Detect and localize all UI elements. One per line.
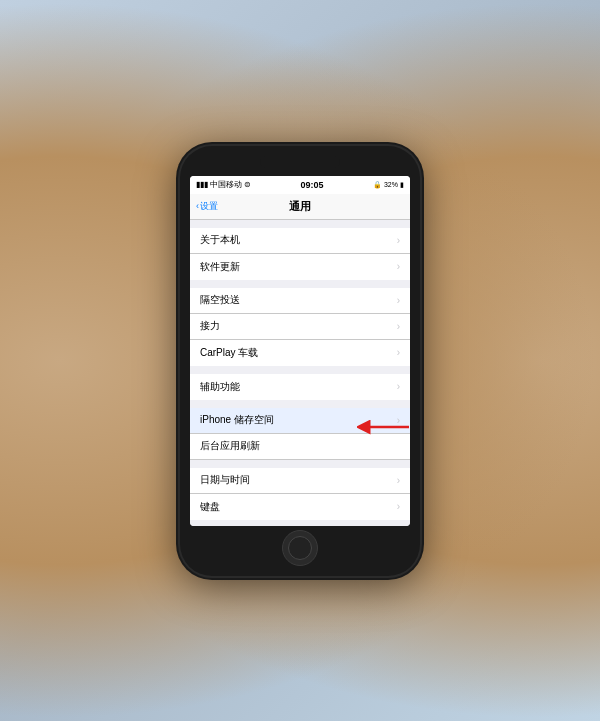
iphone-storage-label: iPhone 储存空间	[200, 413, 274, 427]
lock-icon: 🔒	[373, 181, 382, 189]
section-gap-4	[190, 400, 410, 408]
nav-bar: ‹ 设置 通用	[190, 194, 410, 220]
row-carplay[interactable]: CarPlay 车载 ›	[190, 340, 410, 366]
page-title: 通用	[289, 199, 311, 214]
battery-icon: ▮	[400, 181, 404, 189]
status-right: 🔒 32% ▮	[373, 181, 404, 189]
status-bar: ▮▮▮ 中国移动 ⊜ 09:05 🔒 32% ▮	[190, 176, 410, 194]
back-label: 设置	[200, 200, 218, 213]
row-date-time[interactable]: 日期与时间 ›	[190, 468, 410, 494]
back-button[interactable]: ‹ 设置	[196, 200, 218, 213]
row-software-update[interactable]: 软件更新 ›	[190, 254, 410, 280]
wifi-icon: ⊜	[244, 180, 251, 189]
home-button[interactable]	[282, 530, 318, 566]
handoff-chevron-icon: ›	[397, 321, 400, 332]
date-time-label: 日期与时间	[200, 473, 250, 487]
keyboard-chevron-icon: ›	[397, 501, 400, 512]
signal-icon: ▮▮▮	[196, 180, 208, 189]
red-arrow-annotation	[357, 416, 410, 442]
section-gap-1	[190, 220, 410, 228]
back-chevron-icon: ‹	[196, 201, 199, 211]
section-gap-5	[190, 460, 410, 468]
section-3: 辅助功能 ›	[190, 374, 410, 400]
keyboard-label: 键盘	[200, 500, 220, 514]
about-chevron-icon: ›	[397, 235, 400, 246]
about-label: 关于本机	[200, 233, 240, 247]
section-4: iPhone 储存空间 › 后台应用刷新	[190, 408, 410, 460]
battery-label: 32%	[384, 181, 398, 188]
home-button-inner	[288, 536, 312, 560]
settings-content: 关于本机 › 软件更新 › 隔空投送 › 接力 ›	[190, 220, 410, 526]
row-about[interactable]: 关于本机 ›	[190, 228, 410, 254]
accessibility-label: 辅助功能	[200, 380, 240, 394]
row-handoff[interactable]: 接力 ›	[190, 314, 410, 340]
handoff-label: 接力	[200, 319, 220, 333]
phone-device: ▮▮▮ 中国移动 ⊜ 09:05 🔒 32% ▮ ‹ 设置 通用	[180, 146, 420, 576]
accessibility-chevron-icon: ›	[397, 381, 400, 392]
carrier-label: 中国移动	[210, 179, 242, 190]
carplay-label: CarPlay 车载	[200, 346, 258, 360]
background-app-label: 后台应用刷新	[200, 439, 260, 453]
carplay-chevron-icon: ›	[397, 347, 400, 358]
row-accessibility[interactable]: 辅助功能 ›	[190, 374, 410, 400]
date-time-chevron-icon: ›	[397, 475, 400, 486]
phone-screen: ▮▮▮ 中国移动 ⊜ 09:05 🔒 32% ▮ ‹ 设置 通用	[190, 176, 410, 526]
airdrop-label: 隔空投送	[200, 293, 240, 307]
airdrop-chevron-icon: ›	[397, 295, 400, 306]
row-keyboard[interactable]: 键盘 ›	[190, 494, 410, 520]
time-display: 09:05	[300, 180, 323, 190]
section-5: 日期与时间 › 键盘 ›	[190, 468, 410, 520]
row-airdrop[interactable]: 隔空投送 ›	[190, 288, 410, 314]
software-update-chevron-icon: ›	[397, 261, 400, 272]
top-notch	[260, 156, 340, 168]
section-gap-3	[190, 366, 410, 374]
section-gap-2	[190, 280, 410, 288]
section-1: 关于本机 › 软件更新 ›	[190, 228, 410, 280]
software-update-label: 软件更新	[200, 260, 240, 274]
status-left: ▮▮▮ 中国移动 ⊜	[196, 179, 251, 190]
section-2: 隔空投送 › 接力 › CarPlay 车载 ›	[190, 288, 410, 366]
